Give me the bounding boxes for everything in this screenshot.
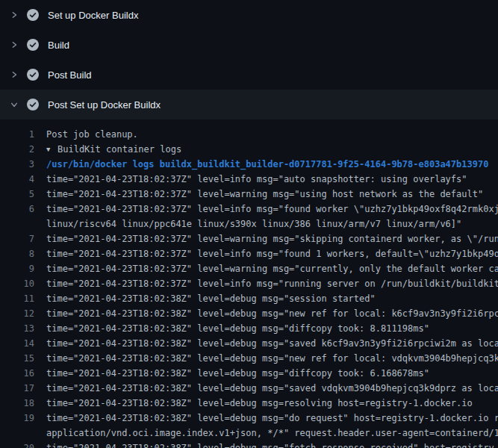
line-number[interactable]: 18 [0,396,34,411]
log-line: 14time="2021-04-23T18:02:38Z" level=debu… [0,336,498,351]
check-circle-icon [27,69,39,81]
log-line: 4time="2021-04-23T18:02:37Z" level=info … [0,172,498,187]
log-line: 18time="2021-04-23T18:02:38Z" level=debu… [0,396,498,411]
log-line: 17time="2021-04-23T18:02:38Z" level=debu… [0,381,498,396]
step-title: Set up Docker Buildx [48,10,138,21]
step-section-post-set-up-docker-buildx[interactable]: Post Set up Docker Buildx [0,90,498,119]
log-line: 5time="2021-04-23T18:02:37Z" level=warni… [0,187,498,202]
line-number[interactable]: 15 [0,351,34,366]
log-text: time="2021-04-23T18:02:38Z" level=debug … [34,366,498,381]
log-line: 6time="2021-04-23T18:02:37Z" level=info … [0,202,498,217]
log-command-text: /usr/bin/docker logs buildx_buildkit_bui… [34,157,498,172]
line-number[interactable]: 9 [0,261,34,276]
log-line: 10time="2021-04-23T18:02:37Z" level=info… [0,276,498,291]
line-number [0,217,34,231]
step-list: Set up Docker BuildxBuildPost BuildPost … [0,0,498,119]
log-text: time="2021-04-23T18:02:38Z" level=debug … [34,321,498,336]
step-title: Post Set up Docker Buildx [48,99,161,111]
line-number[interactable]: 7 [0,231,34,246]
line-number[interactable]: 2 [0,142,34,157]
log-text: time="2021-04-23T18:02:37Z" level=warnin… [34,187,498,202]
log-text: time="2021-04-23T18:02:37Z" level=warnin… [34,261,498,276]
line-number[interactable]: 17 [0,381,34,396]
log-text: time="2021-04-23T18:02:38Z" level=debug … [34,381,498,396]
log-line: 3/usr/bin/docker logs buildx_buildkit_bu… [0,157,498,172]
log-line: 8time="2021-04-23T18:02:37Z" level=info … [0,246,498,261]
chevron-down-icon [10,101,27,108]
log-area: 1Post job cleanup.2▼BuildKit container l… [0,119,498,448]
step-section-post-build[interactable]: Post Build [0,60,498,90]
log-text: linux/riscv64 linux/ppc641e linux/s390x … [34,217,498,231]
step-section-set-up-docker-buildx[interactable]: Set up Docker Buildx [0,0,498,30]
log-line: 9time="2021-04-23T18:02:37Z" level=warni… [0,261,498,276]
line-number[interactable]: 19 [0,411,34,426]
log-text: time="2021-04-23T18:02:38Z" level=debug … [34,411,498,426]
line-number[interactable]: 11 [0,291,34,306]
line-number[interactable]: 13 [0,321,34,336]
line-number[interactable]: 4 [0,172,34,187]
chevron-right-icon [10,41,27,49]
log-line: 7time="2021-04-23T18:02:37Z" level=warni… [0,231,498,246]
line-number[interactable]: 12 [0,306,34,321]
check-circle-icon [27,99,39,111]
log-line: 12time="2021-04-23T18:02:38Z" level=debu… [0,306,498,321]
log-text: time="2021-04-23T18:02:37Z" level=warnin… [34,231,498,246]
log-text: ▼BuildKit container logs [34,142,498,157]
log-line-continuation: linux/riscv64 linux/ppc641e linux/s390x … [0,217,498,231]
line-number[interactable]: 8 [0,246,34,261]
log-text: time="2021-04-23T18:02:37Z" level=info m… [34,246,498,261]
line-number[interactable]: 20 [0,441,34,448]
log-group-label[interactable]: BuildKit container logs [57,144,181,155]
log-text: time="2021-04-23T18:02:37Z" level=info m… [34,202,498,217]
line-number[interactable]: 10 [0,276,34,291]
log-line: 2▼BuildKit container logs [0,142,498,157]
log-text: time="2021-04-23T18:02:38Z" level=debug … [34,306,498,321]
chevron-right-icon [10,11,27,19]
log-text: time="2021-04-23T18:02:37Z" level=info m… [34,276,498,291]
log-line: 11time="2021-04-23T18:02:38Z" level=debu… [0,291,498,306]
line-number[interactable]: 1 [0,127,34,142]
log-line: 19time="2021-04-23T18:02:38Z" level=debu… [0,411,498,426]
log-text: time="2021-04-23T18:02:38Z" level=debug … [34,291,498,306]
line-number[interactable]: 14 [0,336,34,351]
check-circle-icon [27,39,39,51]
log-text: time="2021-04-23T18:02:38Z" level=debug … [34,336,498,351]
line-number [0,426,34,441]
log-text: time="2021-04-23T18:02:38Z" level=debug … [34,441,498,448]
line-number[interactable]: 5 [0,187,34,202]
log-text: Post job cleanup. [34,127,498,142]
line-number[interactable]: 6 [0,202,34,217]
workflow-log-viewer: Set up Docker BuildxBuildPost BuildPost … [0,0,498,448]
log-line: 15time="2021-04-23T18:02:38Z" level=debu… [0,351,498,366]
step-title: Post Build [48,69,92,81]
step-section-build[interactable]: Build [0,30,498,60]
log-text: application/vnd.oci.image.index.v1+json,… [34,426,498,441]
log-line: 1Post job cleanup. [0,127,498,142]
log-text: time="2021-04-23T18:02:38Z" level=debug … [34,351,498,366]
log-line: 20time="2021-04-23T18:02:38Z" level=debu… [0,441,498,448]
line-number[interactable]: 16 [0,366,34,381]
log-line: 13time="2021-04-23T18:02:38Z" level=debu… [0,321,498,336]
line-number[interactable]: 3 [0,157,34,172]
triangle-down-icon[interactable]: ▼ [46,142,57,157]
chevron-right-icon [10,71,27,78]
log-text: time="2021-04-23T18:02:38Z" level=debug … [34,396,498,411]
log-line-continuation: application/vnd.oci.image.index.v1+json,… [0,426,498,441]
log-text: time="2021-04-23T18:02:37Z" level=info m… [34,172,498,187]
check-circle-icon [27,9,39,21]
step-title: Build [48,40,69,51]
log-line: 16time="2021-04-23T18:02:38Z" level=debu… [0,366,498,381]
